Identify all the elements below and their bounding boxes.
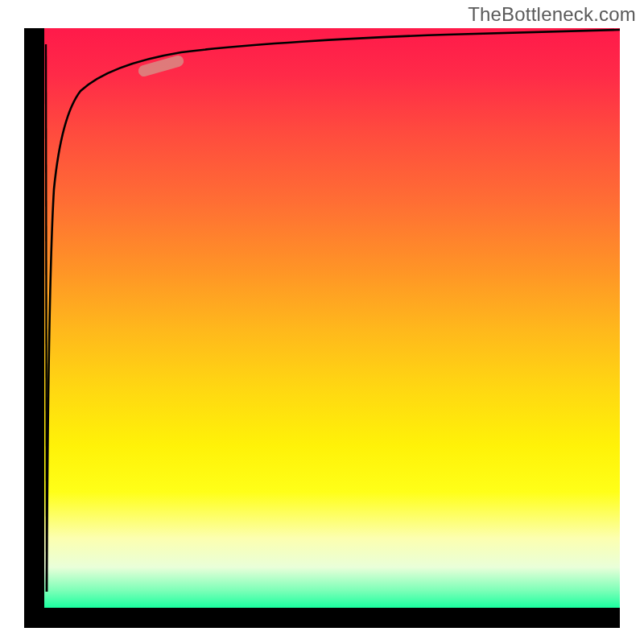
chart-container: TheBottleneck.com [0, 0, 644, 644]
curve-layer [44, 28, 620, 608]
curve-main [47, 30, 620, 592]
y-axis [24, 28, 44, 608]
watermark-text: TheBottleneck.com [468, 3, 636, 26]
x-axis [24, 608, 620, 628]
curve-highlight-marker [137, 54, 185, 77]
